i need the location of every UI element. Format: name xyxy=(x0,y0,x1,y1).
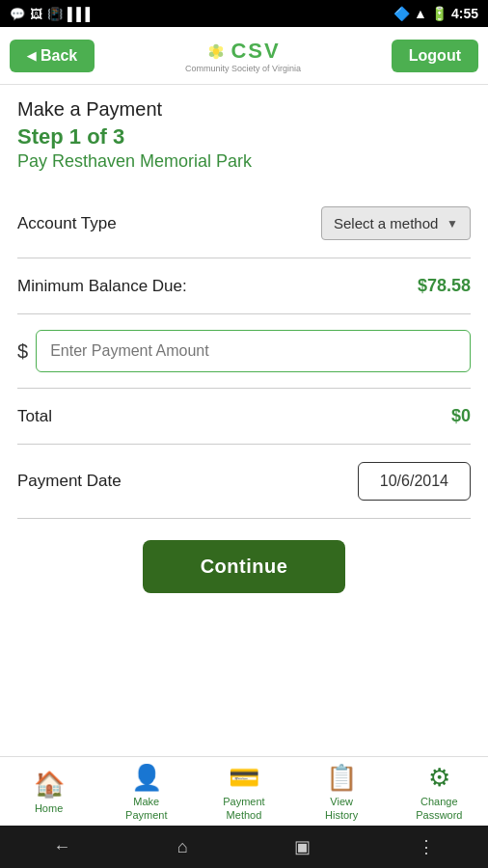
status-icons-left: 💬 🖼 📳 ▌▌▌ xyxy=(10,7,95,21)
nav-item-payment-method[interactable]: 💳 PaymentMethod xyxy=(210,763,278,821)
nav-label-payment-method: PaymentMethod xyxy=(223,796,264,821)
wifi-icon: ▲ xyxy=(414,6,427,21)
android-menu-button[interactable]: ⋮ xyxy=(418,836,435,857)
payment-amount-row: $ xyxy=(17,314,471,389)
bluetooth-icon: 🔷 xyxy=(393,6,410,21)
nav-label-home: Home xyxy=(35,802,63,815)
logo-flower-icon xyxy=(205,41,227,62)
logo-text: CSV xyxy=(230,39,280,64)
image-icon: 🖼 xyxy=(30,7,42,21)
select-method-text: Select a method xyxy=(334,215,438,231)
pay-label: Pay Resthaven Memorial Park xyxy=(17,151,471,172)
clock: 4:55 xyxy=(451,6,478,21)
continue-button[interactable]: Continue xyxy=(143,540,346,593)
nav-item-view-history[interactable]: 📋 ViewHistory xyxy=(308,763,375,821)
logout-button[interactable]: Logout xyxy=(392,40,478,72)
account-type-select[interactable]: Select a method ▼ xyxy=(321,206,471,240)
payment-amount-input[interactable] xyxy=(36,330,471,372)
make-payment-icon: 👤 xyxy=(131,763,162,793)
android-recent-button[interactable]: ▣ xyxy=(294,836,311,857)
account-type-label: Account Type xyxy=(17,214,117,233)
continue-container: Continue xyxy=(17,519,471,603)
payment-date-label: Payment Date xyxy=(17,472,122,491)
status-icons-right: 🔷 ▲ 🔋 4:55 xyxy=(393,6,478,21)
total-label: Total xyxy=(17,407,52,426)
chevron-down-icon: ▼ xyxy=(447,217,458,231)
nav-label-change-password: ChangePassword xyxy=(416,796,462,821)
minimum-balance-row: Minimum Balance Due: $78.58 xyxy=(17,258,471,314)
payment-date-row: Payment Date 10/6/2014 xyxy=(17,445,471,519)
messenger-icon: 💬 xyxy=(10,7,25,21)
android-bar: ← ⌂ ▣ ⋮ xyxy=(0,826,488,868)
account-type-row: Account Type Select a method ▼ xyxy=(17,189,471,258)
page-title: Make a Payment xyxy=(17,98,471,121)
status-bar: 💬 🖼 📳 ▌▌▌ 🔷 ▲ 🔋 4:55 xyxy=(0,0,488,27)
minimum-balance-value: $78.58 xyxy=(418,276,471,296)
nav-label-view-history: ViewHistory xyxy=(325,796,358,821)
top-nav: Back CSV Community Society of Virginia L… xyxy=(0,27,488,85)
minimum-balance-label: Minimum Balance Due: xyxy=(17,277,187,296)
change-password-icon: ⚙ xyxy=(428,763,450,793)
dollar-sign: $ xyxy=(17,340,28,363)
voicemail-icon: 📳 xyxy=(47,7,63,21)
total-row: Total $0 xyxy=(17,389,471,445)
nav-item-make-payment[interactable]: 👤 MakePayment xyxy=(113,763,180,821)
home-icon: 🏠 xyxy=(34,770,65,800)
signal-bars-icon: ▌▌▌ xyxy=(68,7,95,21)
back-button[interactable]: Back xyxy=(10,40,95,72)
total-value: $0 xyxy=(451,406,471,426)
step-label: Step 1 of 3 xyxy=(17,124,471,149)
android-back-button[interactable]: ← xyxy=(53,837,70,857)
payment-method-icon: 💳 xyxy=(229,763,259,793)
bottom-nav: 🏠 Home 👤 MakePayment 💳 PaymentMethod 📋 V… xyxy=(0,756,488,826)
logo-subtext: Community Society of Virginia xyxy=(185,64,301,73)
logo: CSV Community Society of Virginia xyxy=(185,39,301,73)
nav-item-change-password[interactable]: ⚙ ChangePassword xyxy=(405,763,473,821)
nav-item-home[interactable]: 🏠 Home xyxy=(15,770,83,815)
android-home-button[interactable]: ⌂ xyxy=(177,837,188,857)
main-content: Make a Payment Step 1 of 3 Pay Resthaven… xyxy=(0,85,488,616)
view-history-icon: 📋 xyxy=(326,763,357,793)
svg-point-6 xyxy=(213,48,220,55)
nav-label-make-payment: MakePayment xyxy=(125,796,167,821)
payment-date-value[interactable]: 10/6/2014 xyxy=(358,462,471,501)
battery-icon: 🔋 xyxy=(431,6,447,21)
